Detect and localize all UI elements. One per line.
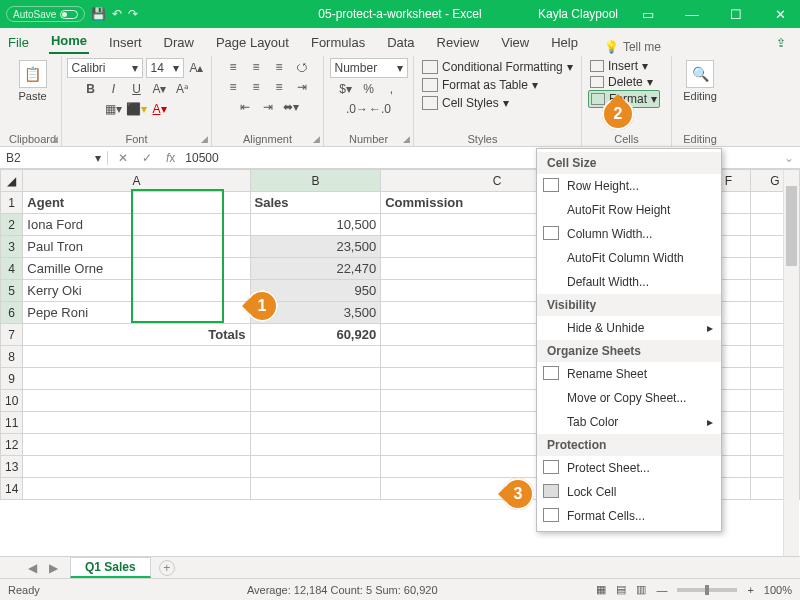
tab-draw[interactable]: Draw <box>162 31 196 54</box>
decrease-indent-icon[interactable]: ⇤ <box>235 98 255 116</box>
maximize-icon[interactable]: ☐ <box>722 7 750 22</box>
align-center-icon[interactable]: ≡ <box>246 78 266 96</box>
name-box[interactable]: B2▾ <box>0 151 108 165</box>
select-all-corner[interactable]: ◢ <box>1 170 23 192</box>
row-header[interactable]: 9 <box>1 368 23 390</box>
menu-rename-sheet[interactable]: Rename Sheet <box>537 362 721 386</box>
menu-format-cells[interactable]: Format Cells... <box>537 504 721 528</box>
orientation-icon[interactable]: ⭯ <box>292 58 312 76</box>
insert-cells-button[interactable]: Insert ▾ <box>588 58 650 74</box>
menu-column-width[interactable]: Column Width... <box>537 222 721 246</box>
tab-file[interactable]: File <box>6 31 31 54</box>
comma-icon[interactable]: , <box>382 80 402 98</box>
increase-indent-icon[interactable]: ⇥ <box>258 98 278 116</box>
close-icon[interactable]: ✕ <box>766 7 794 22</box>
border-button[interactable]: ▦▾ <box>104 100 124 118</box>
new-sheet-button[interactable]: + <box>159 560 175 576</box>
font-expand-icon[interactable]: Aᵃ <box>173 80 193 98</box>
row-header[interactable]: 5 <box>1 280 23 302</box>
format-as-table-button[interactable]: Format as Table ▾ <box>420 76 540 94</box>
row-header[interactable]: 11 <box>1 412 23 434</box>
col-header[interactable]: A <box>23 170 250 192</box>
row-header[interactable]: 8 <box>1 346 23 368</box>
row-header[interactable]: 2 <box>1 214 23 236</box>
cell-styles-button[interactable]: Cell Styles ▾ <box>420 94 511 112</box>
paste-button[interactable]: 📋Paste <box>10 58 56 102</box>
menu-protect-sheet[interactable]: Protect Sheet... <box>537 456 721 480</box>
align-top-icon[interactable]: ≡ <box>223 58 243 76</box>
font-size-select[interactable]: 14▾ <box>146 58 184 78</box>
menu-default-width[interactable]: Default Width... <box>537 270 721 294</box>
conditional-formatting-button[interactable]: Conditional Formatting ▾ <box>420 58 575 76</box>
underline-button[interactable]: U <box>127 80 147 98</box>
row-header[interactable]: 10 <box>1 390 23 412</box>
menu-tab-color[interactable]: Tab Color▸ <box>537 410 721 434</box>
tell-me[interactable]: 💡Tell me <box>604 40 661 54</box>
menu-row-height[interactable]: Row Height... <box>537 174 721 198</box>
sheet-nav-prev-icon[interactable]: ◀ <box>22 561 43 575</box>
tab-insert[interactable]: Insert <box>107 31 144 54</box>
align-middle-icon[interactable]: ≡ <box>246 58 266 76</box>
align-left-icon[interactable]: ≡ <box>223 78 243 96</box>
view-normal-icon[interactable]: ▦ <box>596 583 606 596</box>
redo-icon[interactable]: ↷ <box>128 7 138 21</box>
expand-formula-icon[interactable]: ⌄ <box>784 151 794 165</box>
fx-icon[interactable]: fx <box>162 151 179 165</box>
zoom-out-icon[interactable]: — <box>656 584 667 596</box>
row-header[interactable]: 13 <box>1 456 23 478</box>
sheet-nav-next-icon[interactable]: ▶ <box>43 561 64 575</box>
tab-page-layout[interactable]: Page Layout <box>214 31 291 54</box>
zoom-slider[interactable] <box>677 588 737 592</box>
share-button[interactable]: ⇪ <box>768 32 794 54</box>
formula-bar[interactable]: 10500 <box>185 151 218 165</box>
menu-move-copy[interactable]: Move or Copy Sheet... <box>537 386 721 410</box>
menu-lock-cell[interactable]: Lock Cell <box>537 480 721 504</box>
tab-data[interactable]: Data <box>385 31 416 54</box>
percent-icon[interactable]: % <box>359 80 379 98</box>
save-icon[interactable]: 💾 <box>91 7 106 21</box>
row-header[interactable]: 3 <box>1 236 23 258</box>
undo-icon[interactable]: ↶ <box>112 7 122 21</box>
sheet-tab[interactable]: Q1 Sales <box>70 557 151 578</box>
zoom-level[interactable]: 100% <box>764 584 792 596</box>
col-header[interactable]: B <box>250 170 381 192</box>
row-header[interactable]: 4 <box>1 258 23 280</box>
view-page-layout-icon[interactable]: ▤ <box>616 583 626 596</box>
tab-review[interactable]: Review <box>435 31 482 54</box>
zoom-in-icon[interactable]: + <box>747 584 753 596</box>
editing-button[interactable]: 🔍Editing <box>677 58 723 102</box>
row-header[interactable]: 1 <box>1 192 23 214</box>
tab-help[interactable]: Help <box>549 31 580 54</box>
merge-button[interactable]: ⬌▾ <box>281 98 301 116</box>
increase-decimal-icon[interactable]: .0→ <box>347 100 367 118</box>
menu-hide-unhide[interactable]: Hide & Unhide▸ <box>537 316 721 340</box>
cancel-formula-icon[interactable]: ✕ <box>114 151 132 165</box>
decrease-decimal-icon[interactable]: ←.0 <box>370 100 390 118</box>
font-name-select[interactable]: Calibri▾ <box>67 58 143 78</box>
align-right-icon[interactable]: ≡ <box>269 78 289 96</box>
italic-button[interactable]: I <box>104 80 124 98</box>
wrap-icon[interactable]: ⇥ <box>292 78 312 96</box>
accounting-icon[interactable]: $▾ <box>336 80 356 98</box>
enter-formula-icon[interactable]: ✓ <box>138 151 156 165</box>
bold-button[interactable]: B <box>81 80 101 98</box>
row-header[interactable]: 6 <box>1 302 23 324</box>
fill-color-button[interactable]: ⬛▾ <box>127 100 147 118</box>
font-color-button[interactable]: A▾ <box>150 100 170 118</box>
tab-view[interactable]: View <box>499 31 531 54</box>
row-header[interactable]: 12 <box>1 434 23 456</box>
row-header[interactable]: 14 <box>1 478 23 500</box>
menu-autofit-column[interactable]: AutoFit Column Width <box>537 246 721 270</box>
menu-autofit-row[interactable]: AutoFit Row Height <box>537 198 721 222</box>
view-page-break-icon[interactable]: ▥ <box>636 583 646 596</box>
ribbon-opts-icon[interactable]: ▭ <box>634 7 662 22</box>
align-bottom-icon[interactable]: ≡ <box>269 58 289 76</box>
row-header[interactable]: 7 <box>1 324 23 346</box>
autosave-toggle[interactable]: AutoSave <box>6 6 85 22</box>
shrink-font-icon[interactable]: A▾ <box>150 80 170 98</box>
tab-home[interactable]: Home <box>49 29 89 54</box>
number-format-select[interactable]: Number▾ <box>330 58 408 78</box>
vertical-scrollbar[interactable] <box>783 170 799 556</box>
tab-formulas[interactable]: Formulas <box>309 31 367 54</box>
minimize-icon[interactable]: — <box>678 7 706 22</box>
